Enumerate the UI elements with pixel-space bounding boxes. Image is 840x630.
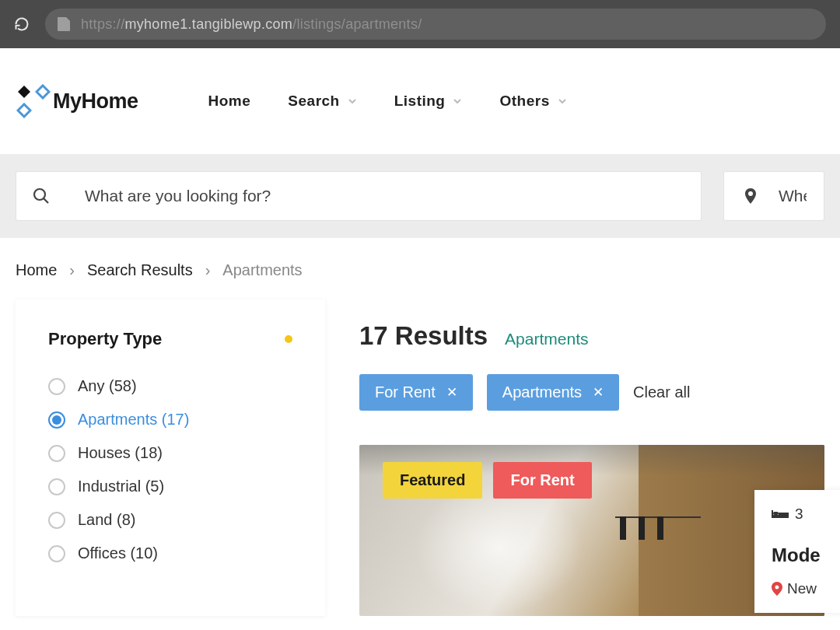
radio-icon [48, 545, 65, 562]
badge-for-rent: For Rent [493, 462, 591, 499]
close-icon[interactable]: ✕ [446, 384, 457, 401]
listing-title: Mode [772, 544, 840, 566]
url-text: https://myhome1.tangiblewp.com/listings/… [81, 16, 422, 33]
filter-land[interactable]: Land (8) [48, 511, 292, 529]
nav-others[interactable]: Others [499, 93, 566, 110]
crumb-current: Apartments [222, 261, 302, 279]
reload-icon[interactable] [14, 16, 30, 32]
nav-listing[interactable]: Listing [394, 93, 463, 110]
close-icon[interactable]: ✕ [593, 384, 604, 401]
chevron-right-icon: › [69, 261, 75, 279]
browser-chrome: https://myhome1.tangiblewp.com/listings/… [0, 0, 840, 48]
radio-icon [48, 378, 65, 395]
radio-icon [48, 411, 65, 429]
chip-for-rent[interactable]: For Rent✕ [359, 374, 473, 411]
search-box-main[interactable] [16, 171, 702, 221]
svg-marker-1 [37, 86, 49, 98]
search-input[interactable] [85, 187, 685, 205]
bed-icon [772, 508, 789, 520]
page-icon [58, 17, 70, 31]
svg-point-3 [34, 189, 45, 200]
address-bar[interactable]: https://myhome1.tangiblewp.com/listings/… [45, 9, 826, 40]
chevron-down-icon [558, 96, 567, 106]
results-count: 17 Results [359, 321, 488, 351]
location-icon [741, 187, 760, 205]
main-layout: Property Type Any (58) Apartments (17) H… [0, 299, 840, 616]
clear-all[interactable]: Clear all [633, 383, 690, 401]
beds-meta: 3 [772, 506, 840, 523]
search-icon [32, 187, 51, 205]
svg-rect-6 [772, 510, 773, 518]
filter-industrial[interactable]: Industrial (5) [48, 478, 292, 495]
svg-rect-7 [773, 512, 779, 515]
indicator-dot-icon [285, 335, 292, 343]
listing-detail-card[interactable]: 3 Mode New [754, 490, 840, 613]
svg-marker-2 [18, 104, 30, 117]
logo-text: MyHome [53, 89, 138, 114]
chevron-down-icon [453, 96, 462, 106]
search-strip [0, 154, 840, 238]
svg-rect-8 [779, 513, 789, 515]
svg-marker-0 [18, 86, 30, 98]
location-input[interactable] [779, 187, 807, 205]
nav-search[interactable]: Search [288, 93, 356, 110]
logo[interactable]: MyHome [16, 83, 138, 119]
filter-any[interactable]: Any (58) [48, 377, 292, 395]
chevron-right-icon: › [205, 261, 211, 279]
site-header: MyHome Home Search Listing Others [0, 48, 840, 154]
crumb-home[interactable]: Home [16, 261, 57, 279]
svg-line-4 [44, 198, 48, 203]
logo-mark [16, 83, 51, 119]
sidebar-title: Property Type [48, 329, 162, 349]
chip-apartments[interactable]: Apartments✕ [487, 374, 619, 411]
filter-offices[interactable]: Offices (10) [48, 544, 292, 562]
crumb-results[interactable]: Search Results [87, 261, 193, 279]
filter-apartments[interactable]: Apartments (17) [48, 411, 292, 429]
radio-icon [48, 445, 65, 462]
radio-icon [48, 512, 65, 529]
nav-home[interactable]: Home [208, 93, 251, 110]
main-nav: Home Search Listing Others [208, 93, 567, 110]
badge-featured: Featured [383, 462, 482, 499]
results-tag: Apartments [505, 330, 588, 348]
filter-houses[interactable]: Houses (18) [48, 444, 292, 462]
listing-location: New [772, 580, 840, 597]
chevron-down-icon [348, 96, 357, 106]
svg-rect-5 [772, 515, 789, 518]
pin-icon [772, 582, 782, 596]
breadcrumb: Home › Search Results › Apartments [0, 238, 840, 299]
sidebar-property-type: Property Type Any (58) Apartments (17) H… [16, 299, 325, 616]
search-box-location[interactable] [723, 171, 824, 221]
radio-icon [48, 478, 65, 495]
